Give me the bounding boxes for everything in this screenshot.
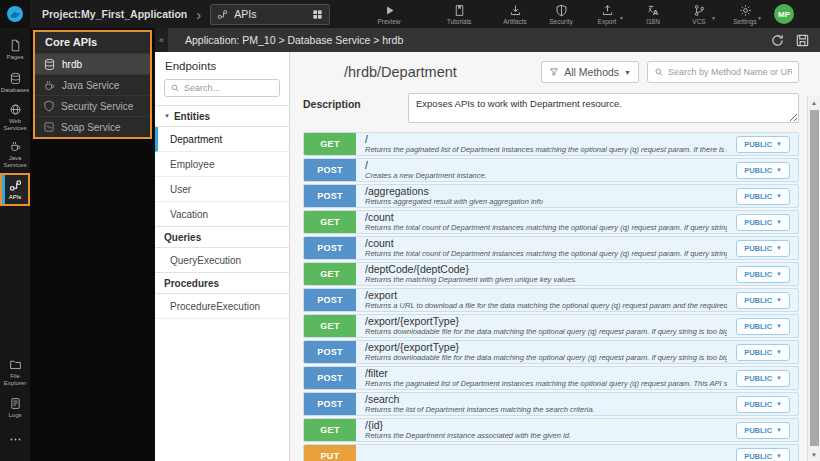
sidebar-item-label: Web Services xyxy=(1,118,29,132)
section-label: Entities xyxy=(174,111,210,122)
access-dropdown[interactable]: PUBLIC▼ xyxy=(736,162,790,179)
left-nav-bottom: File ExplorerLogs xyxy=(0,354,30,461)
access-dropdown[interactable]: PUBLIC▼ xyxy=(736,188,790,205)
endpoint-path: /count xyxy=(365,238,727,249)
api-row[interactable]: GET/{id}Returns the Department instance … xyxy=(303,418,799,442)
method-badge: POST xyxy=(304,185,356,207)
scrollbar-thumb[interactable] xyxy=(810,110,819,446)
access-dropdown[interactable]: PUBLIC▼ xyxy=(736,396,790,413)
description-label: Description xyxy=(303,93,408,123)
api-row[interactable]: GET/deptCode/{deptCode}Returns the match… xyxy=(303,262,799,286)
sidebar-item-logs[interactable]: Logs xyxy=(0,391,30,424)
topbar-settings-button[interactable]: Settings▼ xyxy=(724,4,766,25)
endpoint-description: Returns the total count of Department in… xyxy=(365,223,727,232)
description-input[interactable]: Exposes APIs to work with Department res… xyxy=(408,93,799,123)
coffee-icon xyxy=(9,140,22,153)
api-row[interactable]: GET/export/{exportType}Returns downloada… xyxy=(303,314,799,338)
refresh-button[interactable] xyxy=(770,33,785,48)
core-api-item-security-service[interactable]: Security Service xyxy=(35,95,150,116)
access-dropdown[interactable]: PUBLIC▼ xyxy=(736,292,790,309)
topbar-i18n-button[interactable]: AI18N xyxy=(632,4,674,25)
endpoints-search xyxy=(164,79,280,97)
sidebar-item-label: File Explorer xyxy=(1,373,29,387)
pages-icon xyxy=(9,39,22,52)
endpoint-item-vacation[interactable]: Vacation xyxy=(155,202,289,227)
save-button[interactable] xyxy=(795,33,810,48)
methods-filter-dropdown[interactable]: All Methods ▼ xyxy=(541,61,639,83)
more-icon xyxy=(9,433,22,446)
description-row: Description Exposes APIs to work with De… xyxy=(303,93,799,123)
access-dropdown[interactable]: PUBLIC▼ xyxy=(736,266,790,283)
endpoint-path: /{id} xyxy=(365,420,727,431)
method-badge: POST xyxy=(304,367,356,389)
endpoint-item-user[interactable]: User xyxy=(155,177,289,202)
topbar-item-label: Tutorials xyxy=(447,18,472,25)
api-row[interactable]: PUTPUBLIC▼ xyxy=(303,444,799,461)
access-dropdown[interactable]: PUBLIC▼ xyxy=(736,344,790,361)
sidebar-item-label: Logs xyxy=(8,412,21,419)
workspace-selector[interactable]: APIs xyxy=(210,4,330,25)
vertical-scrollbar[interactable]: ▲ ▼ xyxy=(807,96,820,461)
api-row[interactable]: POST/aggregationsReturns aggregated resu… xyxy=(303,184,799,208)
topbar-export-button[interactable]: Export▼ xyxy=(586,4,628,25)
api-row[interactable]: GET/countReturns the total count of Depa… xyxy=(303,210,799,234)
endpoint-description: Returns the list of Department instances… xyxy=(365,405,727,414)
access-dropdown[interactable]: PUBLIC▼ xyxy=(736,422,790,439)
section-header-procedures[interactable]: Procedures xyxy=(155,272,289,294)
topbar-preview-button[interactable]: Preview xyxy=(368,0,410,28)
scroll-down-arrow[interactable]: ▼ xyxy=(808,448,820,461)
user-avatar[interactable]: MP xyxy=(774,4,794,24)
scroll-up-arrow[interactable]: ▲ xyxy=(808,96,820,109)
api-row[interactable]: POST/countReturns the total count of Dep… xyxy=(303,236,799,260)
core-api-item-hrdb[interactable]: hrdb xyxy=(35,53,150,74)
sidebar-item-web-services[interactable]: Web Services xyxy=(0,99,30,136)
api-icon xyxy=(217,9,228,20)
core-apis-column: Core APIs hrdbJava ServiceSecurity Servi… xyxy=(30,28,155,461)
method-search-input[interactable] xyxy=(668,67,792,77)
caret-down-icon: ▼ xyxy=(776,219,782,225)
endpoints-search-input[interactable] xyxy=(184,83,274,93)
endpoint-item-procedureexecution[interactable]: ProcedureExecution xyxy=(155,294,289,319)
endpoint-description: Returns the paginated list of Department… xyxy=(365,379,727,388)
api-row[interactable]: POST/searchReturns the list of Departmen… xyxy=(303,392,799,416)
core-api-item-soap-service[interactable]: Soap Service xyxy=(35,116,150,137)
wavemaker-logo[interactable] xyxy=(0,0,30,28)
api-row[interactable]: POST/Creates a new Department instance.P… xyxy=(303,158,799,182)
sidebar-item-apis[interactable]: APIs xyxy=(0,173,30,207)
core-api-item-java-service[interactable]: Java Service xyxy=(35,74,150,95)
topbar-artifacts-button[interactable]: Artifacts xyxy=(494,4,536,25)
topbar-security-button[interactable]: Security xyxy=(540,4,582,25)
topbar-vcs-button[interactable]: VCS▼ xyxy=(678,4,720,25)
access-dropdown[interactable]: PUBLIC▼ xyxy=(736,136,790,153)
endpoint-description: Returns aggregated result with given agg… xyxy=(365,197,727,206)
access-label: PUBLIC xyxy=(744,166,772,175)
access-dropdown[interactable]: PUBLIC▼ xyxy=(736,214,790,231)
collapse-panel-button[interactable]: « xyxy=(155,28,168,52)
access-dropdown[interactable]: PUBLIC▼ xyxy=(736,240,790,257)
section-header-entities[interactable]: ▼Entities xyxy=(155,105,289,127)
access-dropdown[interactable]: PUBLIC▼ xyxy=(736,448,790,461)
artifacts-download-icon xyxy=(509,4,522,17)
api-row[interactable]: POST/exportReturns a URL to download a f… xyxy=(303,288,799,312)
api-row[interactable]: POST/export/{exportType}Returns download… xyxy=(303,340,799,364)
endpoints-list: ▼EntitiesDepartmentEmployeeUserVacationQ… xyxy=(155,105,289,319)
topbar-tutorials-button[interactable]: Tutorials xyxy=(438,0,480,28)
sidebar-item-pages[interactable]: Pages xyxy=(0,33,30,66)
access-dropdown[interactable]: PUBLIC▼ xyxy=(736,318,790,335)
sidebar-item-more[interactable] xyxy=(0,424,30,457)
app-body: PagesDatabasesWeb ServicesJava ServicesA… xyxy=(0,28,820,461)
sidebar-item-java-services[interactable]: Java Services xyxy=(0,136,30,173)
api-row[interactable]: GET/Returns the paginated list of Depart… xyxy=(303,132,799,156)
database-icon xyxy=(9,72,22,85)
section-header-queries[interactable]: Queries xyxy=(155,226,289,248)
endpoint-item-department[interactable]: Department xyxy=(155,127,289,152)
search-icon xyxy=(654,67,664,77)
sidebar-item-databases[interactable]: Databases xyxy=(0,66,30,99)
endpoint-item-employee[interactable]: Employee xyxy=(155,152,289,177)
endpoint-item-queryexecution[interactable]: QueryExecution xyxy=(155,248,289,273)
caret-down-icon: ▼ xyxy=(624,69,631,76)
sidebar-item-file-explorer[interactable]: File Explorer xyxy=(0,354,30,391)
access-label: PUBLIC xyxy=(744,296,772,305)
access-dropdown[interactable]: PUBLIC▼ xyxy=(736,370,790,387)
api-row[interactable]: POST/filterReturns the paginated list of… xyxy=(303,366,799,390)
